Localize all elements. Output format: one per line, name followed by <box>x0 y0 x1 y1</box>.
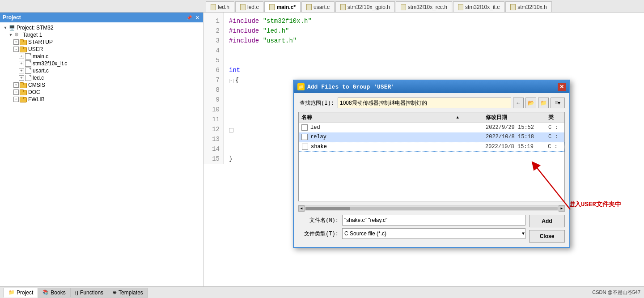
tab-file-icon <box>269 4 275 10</box>
tree-stm32-it[interactable]: + stm32f10x_it.c <box>0 60 203 67</box>
expand-fwlib[interactable]: + <box>13 97 19 102</box>
modal-action-buttons: Add Close <box>529 215 565 243</box>
folder-icon-fwlib <box>20 97 27 102</box>
main-area: Project 📌 ✕ ▼ 🖥️ Project: STM32 ▼ ⚙ Targ… <box>0 13 644 286</box>
h-scroll-track[interactable] <box>305 207 558 210</box>
expand-startup[interactable]: + <box>13 39 19 45</box>
code-line-1: #include "stm32f10x.h" <box>229 16 639 26</box>
modal-path-input[interactable] <box>338 98 511 108</box>
file-name-led: led <box>310 124 486 131</box>
expand-root[interactable]: ▼ <box>3 25 8 30</box>
status-tab-project-label: Project <box>17 289 33 296</box>
target-icon: ⚙ <box>14 32 21 38</box>
tab-usart_c[interactable]: usart.c <box>301 1 335 12</box>
file-type-led: C : <box>548 124 562 131</box>
expand-led-c[interactable]: + <box>19 75 24 81</box>
tree-fwlib[interactable]: + FWLIB <box>0 96 203 103</box>
pin-icon[interactable]: 📌 <box>186 14 192 21</box>
expand-cmsis[interactable]: + <box>13 82 19 88</box>
project-tree: ▼ 🖥️ Project: STM32 ▼ ⚙ Target 1 + START… <box>0 22 203 286</box>
code-editor[interactable]: 12345 678910 1112131415 #include "stm32f… <box>203 13 644 286</box>
file-row-relay[interactable]: relay 2022/10/8 15:18 C : <box>299 132 564 142</box>
modal-titlebar: 📁 Add Files to Group 'USER' ✕ <box>294 81 569 93</box>
tree-user-label: USER <box>28 46 43 52</box>
tree-main-c[interactable]: + main.c <box>0 53 203 60</box>
tab-stm32f10x_rcc_h[interactable]: stm32f10x_rcc.h <box>396 1 452 12</box>
tab-bar: led.hled.cmain.c*usart.cstm32f10x_gpio.h… <box>0 0 644 13</box>
modal-new-folder-button[interactable]: 📁 <box>538 98 549 108</box>
tree-fwlib-label: FWLIB <box>28 96 45 102</box>
file-row-led[interactable]: led 2022/9/29 15:52 C : <box>299 123 564 132</box>
tree-target1[interactable]: ▼ ⚙ Target 1 <box>0 31 203 38</box>
tree-usart-c[interactable]: + usart.c <box>0 67 203 74</box>
code-line-4 <box>229 46 639 55</box>
status-right-text: CSDN @不是山谷547 <box>592 289 640 296</box>
h-scroll-left[interactable]: ◀ <box>298 205 305 212</box>
h-scroll-right[interactable]: ▶ <box>559 205 565 212</box>
file-icon-shake <box>302 144 308 150</box>
col-type-header: 类 <box>548 114 562 121</box>
modal-filetype-row: 文件类型(T): C Source file (*.c) ▼ <box>298 228 525 239</box>
modal-body: 查找范围(I): ← 📂 📁 ≡▾ 名称 ▲ 修改日期 <box>294 93 569 247</box>
filename-input[interactable] <box>342 215 525 226</box>
left-panel: Project 📌 ✕ ▼ 🖥️ Project: STM32 ▼ ⚙ Targ… <box>0 13 203 286</box>
tab-stm32f10x_h[interactable]: stm32f10x.h <box>505 1 551 12</box>
filetype-label: 文件类型(T): <box>298 230 339 238</box>
code-line-6: int <box>229 65 639 75</box>
modal-title-icon: 📁 <box>297 83 305 90</box>
filetype-select[interactable]: C Source file (*.c) <box>342 228 525 239</box>
tab-main_c_[interactable]: main.c* <box>264 1 301 12</box>
tree-doc[interactable]: + DOC <box>0 89 203 96</box>
modal-filename-row: 文件名(N): <box>298 215 525 226</box>
tab-file-icon <box>340 4 346 10</box>
tree-led-c[interactable]: + led.c <box>0 74 203 81</box>
file-date-led: 2022/9/29 15:52 <box>486 124 548 131</box>
tab-led_c[interactable]: led.c <box>235 1 263 12</box>
status-tab-templates[interactable]: ⊕ Templates <box>108 288 148 298</box>
tab-label: led.c <box>247 4 258 10</box>
modal-back-button[interactable]: ← <box>513 98 524 108</box>
tab-label: main.c* <box>276 4 296 10</box>
h-scrollbar[interactable]: ◀ ▶ <box>298 205 565 211</box>
tree-root[interactable]: ▼ 🖥️ Project: STM32 <box>0 24 203 31</box>
col-name-header: 名称 <box>301 114 457 121</box>
file-list-header: 名称 ▲ 修改日期 类 <box>299 112 564 123</box>
status-tab-books[interactable]: 📚 Books <box>38 288 70 298</box>
expand-user[interactable]: - <box>13 47 19 52</box>
expand-stm32-it[interactable]: + <box>19 61 24 66</box>
file-type-shake: C : <box>548 144 561 150</box>
tab-stm32f10x_gpio_h[interactable]: stm32f10x_gpio.h <box>335 1 395 12</box>
status-tab-functions[interactable]: {} Functions <box>70 288 108 298</box>
modal-view-button[interactable]: ≡▾ <box>551 98 565 108</box>
add-files-modal: 📁 Add Files to Group 'USER' ✕ 查找范围(I): ←… <box>293 80 570 248</box>
file-row-shake[interactable]: shake 2022/10/8 15:19 C : <box>299 142 564 152</box>
tree-startup-label: STARTUP <box>28 39 53 45</box>
tab-led_h[interactable]: led.h <box>206 1 234 12</box>
modal-file-list: 名称 ▲ 修改日期 类 led 2022/9/29 15:52 C : <box>298 112 565 201</box>
close-button[interactable]: Close <box>529 230 565 243</box>
modal-folder-up-button[interactable]: 📂 <box>525 98 536 108</box>
tree-user[interactable]: - USER <box>0 46 203 53</box>
h-scroll-thumb[interactable] <box>305 207 350 210</box>
tree-startup[interactable]: + STARTUP <box>0 38 203 46</box>
expand-doc[interactable]: + <box>13 89 19 95</box>
line-numbers: 12345 678910 1112131415 <box>203 13 224 164</box>
expand-main-c[interactable]: + <box>19 54 24 59</box>
status-tab-project[interactable]: 📁 Project <box>4 288 38 298</box>
folder-icon-cmsis <box>20 82 27 88</box>
modal-titlebar-left: 📁 Add Files to Group 'USER' <box>297 83 394 90</box>
code-line-3: #include "usart.h" <box>229 36 639 46</box>
expand-target1[interactable]: ▼ <box>8 32 13 38</box>
tab-file-icon <box>211 4 216 10</box>
tab-stm32f10x_it_c[interactable]: stm32f10x_it.c <box>453 1 504 12</box>
add-button[interactable]: Add <box>529 215 565 227</box>
expand-usart-c[interactable]: + <box>19 68 24 73</box>
tab-label: led.h <box>218 4 229 10</box>
tree-cmsis[interactable]: + CMSIS <box>0 81 203 89</box>
sort-arrow-icon[interactable]: ▲ <box>457 115 459 120</box>
modal-close-button[interactable]: ✕ <box>558 83 566 91</box>
close-panel-icon[interactable]: ✕ <box>194 14 200 21</box>
file-icon-led <box>301 124 308 131</box>
templates-tab-icon: ⊕ <box>113 289 117 295</box>
tab-label: stm32f10x_gpio.h <box>347 4 390 10</box>
